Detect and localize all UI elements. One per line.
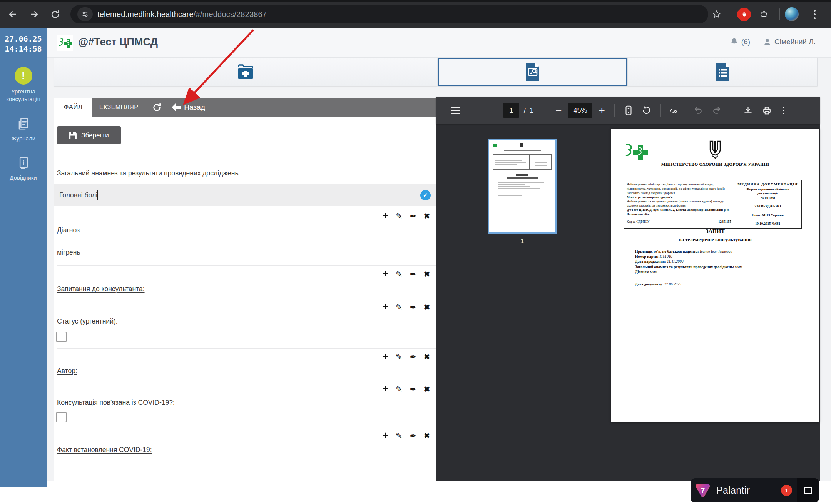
add-icon[interactable]: + [383, 269, 388, 279]
rotate-button[interactable] [642, 106, 651, 115]
doc-approved: ЗАТВЕРДЖЕНО [755, 204, 781, 208]
pdf-menu-icon[interactable] [451, 107, 460, 114]
extensions-puzzle-icon[interactable] [757, 6, 772, 22]
delete-icon[interactable]: ✖ [424, 353, 430, 360]
redo-button[interactable] [712, 106, 722, 115]
organization-title: @#Тест ЦПМСД [78, 36, 158, 48]
sidebar-item-journals[interactable]: Журнали [0, 116, 47, 142]
annotate-icon[interactable]: ✒ [410, 303, 416, 311]
edit-icon[interactable]: ✎ [396, 270, 403, 278]
browser-profile-avatar[interactable] [784, 6, 799, 22]
sidebar-item-urgent-consultation[interactable]: ! Ургентна консультація [0, 67, 47, 103]
bookmark-star-icon[interactable] [709, 6, 725, 22]
tab-medical-case[interactable] [54, 58, 437, 86]
page-separator: / [524, 107, 526, 115]
browser-toolbar: telemed.medlink.healthcare/#/meddocs/282… [0, 0, 831, 28]
zoom-in-button[interactable]: + [599, 104, 605, 117]
annotate-icon[interactable]: ✒ [410, 432, 416, 440]
back-button[interactable]: Назад [172, 103, 205, 112]
pdf-viewer-panel: 1 / 1 − 45% + [436, 97, 820, 481]
fit-page-button[interactable] [624, 105, 633, 115]
save-button[interactable]: Зберегти [57, 126, 121, 144]
doc-date-line: Дата документу: 27.06.2025 [635, 282, 681, 286]
refresh-icon[interactable] [152, 103, 162, 112]
delete-icon[interactable]: ✖ [424, 432, 430, 439]
user-menu-button[interactable]: Сімейний Л. [763, 38, 816, 46]
doc-ministry-name: Міністерство охорони здоров'я [627, 195, 673, 199]
print-button[interactable] [762, 106, 772, 115]
document-page: МІНІСТЕРСТВО ОХОРОНИ ЗДОРОВ'Я УКРАЇНИ На… [611, 129, 819, 422]
add-icon[interactable]: + [383, 210, 388, 220]
url-path: /#/meddocs/2823867 [194, 10, 267, 19]
browser-back-button[interactable] [5, 6, 21, 22]
tab-document-list[interactable] [627, 58, 818, 86]
covid-related-checkbox[interactable] [56, 412, 67, 422]
annotate-icon[interactable]: ✒ [410, 212, 416, 220]
browser-menu-icon[interactable] [809, 6, 820, 22]
delete-icon[interactable]: ✖ [424, 386, 430, 393]
undo-button[interactable] [693, 106, 703, 115]
doc-field-value: 11.11.2000 [667, 259, 684, 264]
zoom-out-button[interactable]: − [555, 104, 562, 117]
tab-instance[interactable]: ЕКЗЕМПЛЯР [92, 98, 149, 117]
delete-icon[interactable]: ✖ [424, 212, 430, 220]
annotate-signature-button[interactable] [669, 106, 679, 115]
back-arrow-icon [172, 103, 181, 111]
url-host: telemed.medlink.healthcare [97, 10, 194, 19]
page-thumbnail[interactable] [488, 139, 557, 234]
check-icon: ✓ [423, 192, 428, 199]
anamnesis-input[interactable]: Головні болі ✓ [54, 184, 436, 206]
annotate-icon[interactable]: ✒ [410, 353, 416, 361]
confirm-check-button[interactable]: ✓ [420, 190, 431, 200]
palantir-maximize-button[interactable] [797, 478, 819, 502]
annotate-icon[interactable]: ✒ [410, 385, 416, 393]
tab-file[interactable]: ФАЙЛ [54, 98, 92, 117]
doc-field-value: ммм [650, 270, 657, 274]
edit-icon[interactable]: ✎ [396, 303, 403, 311]
doc-facility-address: @#Тест ЦПМСД, вул. Лісна б. 2, Бегета Во… [627, 208, 729, 216]
add-icon[interactable]: + [383, 302, 388, 312]
field-label-question: Запитання до консультанта: [57, 285, 436, 293]
doc-order: Наказ МОЗ України [752, 213, 784, 217]
doc-field-label: Дата народження: [635, 259, 666, 264]
browser-reload-button[interactable] [47, 6, 63, 22]
floppy-disk-icon [69, 131, 77, 139]
edit-icon[interactable]: ✎ [396, 385, 403, 393]
tab-document-preview[interactable] [438, 58, 627, 86]
status-urgent-checkbox[interactable] [56, 332, 67, 342]
field-actions-row: + ✎ ✒ ✖ [57, 352, 436, 362]
doc-edrpou-label: Код за ЄДРПОУ [627, 220, 650, 224]
medical-logo-icon [623, 143, 648, 163]
doc-field-label: Прізвище, ім'я, по батькові пацієнта: [635, 249, 699, 254]
palantir-badge: 1 [781, 485, 792, 496]
notifications-button[interactable]: (6) [730, 38, 750, 46]
delete-icon[interactable]: ✖ [424, 304, 430, 311]
palantir-widget[interactable]: 7 Palantir 1 [691, 478, 819, 502]
edit-icon[interactable]: ✎ [396, 353, 403, 361]
adblock-extension-icon[interactable] [736, 6, 752, 22]
download-button[interactable] [743, 106, 753, 115]
annotate-icon[interactable]: ✒ [410, 270, 416, 278]
add-icon[interactable]: + [383, 430, 388, 440]
delete-icon[interactable]: ✖ [424, 270, 430, 278]
field-label-anamnesis: Загальний анамнез та результати проведен… [57, 169, 436, 177]
doc-field-label: Загальний анамнез та результати проведен… [635, 265, 734, 269]
pdf-more-options-icon[interactable] [783, 107, 784, 114]
add-icon[interactable]: + [383, 351, 388, 361]
sidebar-item-references[interactable]: Довідники [0, 155, 47, 182]
palantir-label: Palantir [716, 485, 750, 496]
site-info-icon[interactable] [77, 7, 93, 21]
medical-kit-folder-icon [236, 63, 256, 80]
edit-icon[interactable]: ✎ [396, 212, 403, 220]
zoom-level-input[interactable]: 45% [568, 103, 592, 118]
edit-icon[interactable]: ✎ [396, 432, 403, 440]
doc-edrpou-code: 12451155 [718, 220, 731, 224]
app-header: @#Тест ЦПМСД (6) Сімейний Л. [47, 28, 831, 58]
add-icon[interactable]: + [383, 384, 388, 394]
app-sidebar: 27.06.25 14:14:58 ! Ургентна консультаці… [0, 28, 47, 487]
address-bar[interactable]: telemed.medlink.healthcare/#/meddocs/282… [70, 5, 708, 23]
clock-date: 27.06.25 [0, 34, 47, 44]
browser-forward-button[interactable] [26, 6, 42, 22]
doc-header-table: Найменування міністерства, іншого органу… [624, 180, 802, 229]
page-number-input[interactable]: 1 [503, 103, 519, 118]
